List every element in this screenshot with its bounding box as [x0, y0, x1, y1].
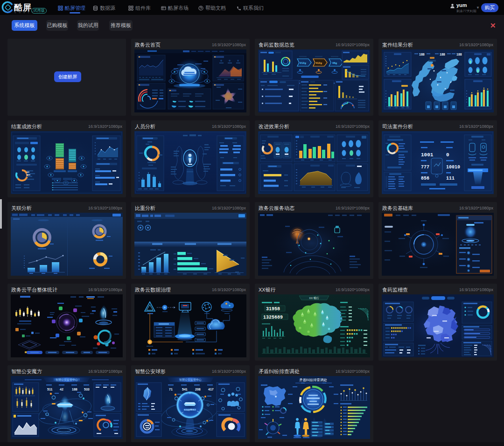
svg-text:856: 856	[421, 176, 429, 181]
svg-text:XX 银行: XX 银行	[309, 296, 319, 300]
svg-text:1325689: 1325689	[263, 315, 283, 320]
svg-text:42: 42	[60, 388, 63, 391]
svg-text:71: 71	[169, 388, 173, 391]
svg-text:111: 111	[446, 176, 455, 181]
svg-text:0: 0	[446, 152, 449, 158]
svg-text:212g: 212g	[300, 62, 306, 64]
svg-text:188: 188	[419, 53, 425, 56]
svg-text:10010: 10010	[446, 165, 460, 170]
svg-text:智慧公安监管中心: 智慧公安监管中心	[179, 378, 202, 382]
svg-text:188: 188	[440, 53, 445, 56]
svg-text:188: 188	[456, 53, 462, 56]
svg-text:188: 188	[72, 388, 77, 391]
svg-text:智慧公安监管中心: 智慧公安监管中心	[56, 378, 78, 382]
svg-text:511: 511	[47, 388, 52, 391]
svg-text:矛盾纠纷排查调处: 矛盾纠纷排查调处	[299, 378, 327, 382]
svg-text:533: 533	[84, 388, 90, 391]
svg-text:46g: 46g	[332, 62, 337, 64]
svg-text:541: 541	[182, 388, 188, 391]
svg-text:417: 417	[208, 388, 214, 391]
svg-text:777: 777	[421, 165, 429, 170]
svg-text:仓颉使用统计: 仓颉使用统计	[184, 409, 197, 411]
svg-text:31958: 31958	[266, 307, 280, 312]
svg-text:208: 208	[195, 388, 201, 391]
svg-text:412g: 412g	[315, 62, 322, 64]
svg-text:1001: 1001	[421, 152, 434, 158]
